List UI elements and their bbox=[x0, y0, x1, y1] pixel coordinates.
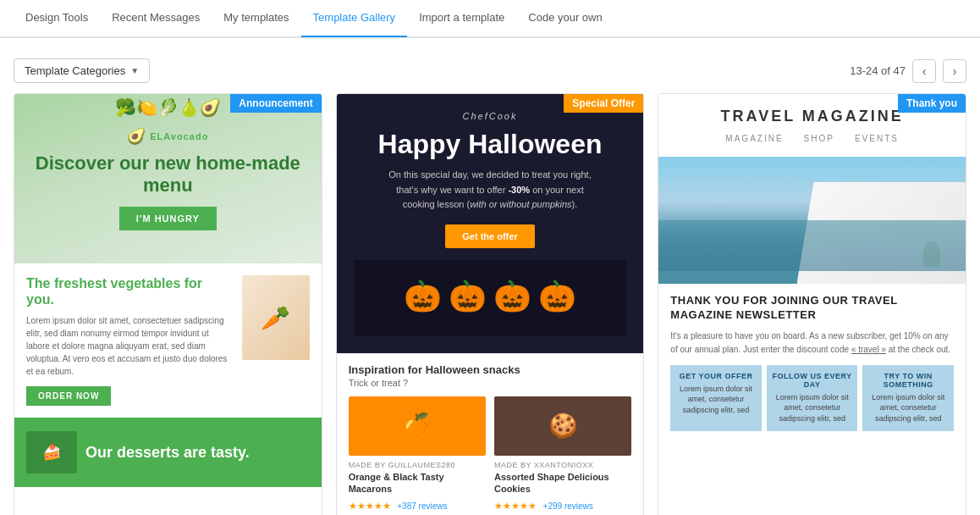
nav-code-your-own[interactable]: Code your own bbox=[516, 0, 614, 37]
card3-nav-magazine: MAGAZINE bbox=[725, 134, 783, 143]
product-1-author: MADE BY GUILLAUMES280 bbox=[349, 461, 486, 469]
product-1-rating: ★★★★★ +387 reviews bbox=[349, 499, 486, 512]
card3-offers: GET YOUR OFFER Lorem ipsum dolor sit ame… bbox=[670, 365, 954, 431]
card1-section2-title: The freshest vegetables for you. bbox=[26, 275, 234, 307]
prev-page-button[interactable]: ‹ bbox=[912, 59, 936, 83]
card1-badge: Announcement bbox=[230, 94, 321, 113]
toolbar: Template Categories ▼ 13-24 of 47 ‹ › bbox=[0, 48, 980, 93]
avocado-icon: 🥑 bbox=[127, 127, 146, 146]
template-card-2[interactable]: Special Offer ChefCook Happy Halloween O… bbox=[336, 93, 645, 515]
offer-3-text: Lorem ipsum dolor sit amet, consetetur s… bbox=[867, 392, 949, 424]
card1-cta2[interactable]: ORDER NOW bbox=[26, 386, 111, 406]
product-2-author: MADE BY XXANTONIOXX bbox=[494, 461, 631, 469]
nav-import-template[interactable]: Import a template bbox=[407, 0, 516, 37]
card2-brand: ChefCook bbox=[463, 111, 518, 121]
offer-1: GET YOUR OFFER Lorem ipsum dolor sit ame… bbox=[670, 365, 762, 431]
template-grid: Announcement 🥦🍋🥬🍐🥑 🥑 ELAvocado Discover … bbox=[0, 93, 980, 515]
nav-template-gallery[interactable]: Template Gallery bbox=[301, 0, 408, 37]
offer-2-title: FOLLOW US EVERY DAY bbox=[772, 372, 853, 389]
card1-footer: 🍰 Our desserts are tasty. bbox=[14, 418, 322, 487]
card1-bottom-text: Our desserts are tasty. bbox=[85, 444, 250, 462]
product-item-2: 🍪 MADE BY XXANTONIOXX Assorted Shape Del… bbox=[494, 396, 631, 512]
nav-recent-messages[interactable]: Recent Messages bbox=[100, 0, 212, 37]
offer-2: FOLLOW US EVERY DAY Lorem ipsum dolor si… bbox=[767, 365, 858, 431]
nav-my-templates[interactable]: My templates bbox=[212, 0, 300, 37]
card3-inner: Thank you TRAVEL MAGAZINE MAGAZINE SHOP … bbox=[658, 94, 966, 441]
card2-body-text: On this special day, we decided to treat… bbox=[388, 168, 592, 213]
next-page-button[interactable]: › bbox=[943, 59, 966, 83]
top-navigation: Design Tools Recent Messages My template… bbox=[0, 0, 980, 37]
card3-headline: THANK YOU FOR JOINING OUR TRAVEL MAGAZIN… bbox=[670, 294, 954, 323]
card3-nav-events: EVENTS bbox=[855, 134, 899, 143]
card3-body: THANK YOU FOR JOINING OUR TRAVEL MAGAZIN… bbox=[658, 284, 966, 441]
card1-dessert-image: 🍰 bbox=[26, 431, 77, 473]
card3-body-text: It's a pleasure to have you on board. As… bbox=[670, 329, 954, 357]
card1-title: Discover our new home-made menu bbox=[31, 152, 305, 197]
card3-nav-shop: SHOP bbox=[804, 134, 834, 143]
offer-1-text: Lorem ipsum dolor sit amet, consetetur s… bbox=[675, 384, 757, 416]
card2-products-section: Inspiration for Halloween snacks Trick o… bbox=[337, 353, 644, 515]
card1-inner: Announcement 🥦🍋🥬🍐🥑 🥑 ELAvocado Discover … bbox=[14, 94, 322, 487]
offer-3: TRY TO WIN SOMETHING Lorem ipsum dolor s… bbox=[862, 365, 954, 431]
nav-design-tools[interactable]: Design Tools bbox=[14, 0, 100, 37]
offer-2-text: Lorem ipsum dolor sit amet, consetetur s… bbox=[772, 392, 853, 424]
card1-veggie-image: 🥕 bbox=[242, 275, 310, 360]
card2-inner: Special Offer ChefCook Happy Halloween O… bbox=[337, 94, 644, 515]
template-card-3[interactable]: Thank you TRAVEL MAGAZINE MAGAZINE SHOP … bbox=[658, 93, 966, 515]
product-1-image: 🍊 bbox=[349, 396, 486, 456]
card2-inspiration-sub: Trick or treat ? bbox=[349, 378, 632, 388]
product-item-1: 🍊 MADE BY GUILLAUMES280 Orange & Black T… bbox=[349, 396, 486, 512]
product-1-name: Orange & Black Tasty Macarons bbox=[349, 471, 486, 496]
card1-logo: 🥑 ELAvocado bbox=[127, 127, 208, 146]
card1-hero: 🥦🍋🥬🍐🥑 🥑 ELAvocado Discover our new home-… bbox=[14, 94, 322, 263]
card2-title: Happy Halloween bbox=[378, 130, 603, 159]
card2-hero: ChefCook Happy Halloween On this special… bbox=[337, 94, 644, 353]
card1-cta1[interactable]: I'M HUNGRY bbox=[119, 207, 217, 230]
card3-hero-image bbox=[658, 157, 966, 284]
card2-cta[interactable]: Get the offer bbox=[445, 224, 534, 248]
card2-pumpkins: 🎃🎃🎃🎃 bbox=[354, 260, 627, 336]
card3-nav: MAGAZINE SHOP EVENTS bbox=[672, 134, 952, 143]
offer-3-title: TRY TO WIN SOMETHING bbox=[867, 372, 949, 389]
pagination: 13-24 of 47 ‹ › bbox=[850, 59, 966, 83]
card2-products-grid: 🍊 MADE BY GUILLAUMES280 Orange & Black T… bbox=[349, 396, 632, 512]
category-dropdown[interactable]: Template Categories ▼ bbox=[14, 58, 150, 83]
chevron-down-icon: ▼ bbox=[130, 66, 139, 75]
product-2-rating: ★★★★★ +299 reviews bbox=[494, 499, 631, 512]
product-2-name: Assorted Shape Delicious Cookies bbox=[494, 471, 631, 496]
pagination-text: 13-24 of 47 bbox=[850, 64, 906, 77]
card3-badge: Thank you bbox=[898, 94, 966, 113]
card2-badge: Special Offer bbox=[564, 94, 643, 113]
card1-body: The freshest vegetables for you. Lorem i… bbox=[14, 263, 322, 418]
offer-1-title: GET YOUR OFFER bbox=[675, 372, 757, 380]
category-dropdown-label: Template Categories bbox=[25, 64, 125, 77]
card1-section2-text: Lorem ipsum dolor sit amet, consectetuer… bbox=[26, 314, 234, 378]
card2-inspiration-title: Inspiration for Halloween snacks bbox=[349, 363, 632, 376]
product-2-image: 🍪 bbox=[494, 396, 631, 456]
template-card-1[interactable]: Announcement 🥦🍋🥬🍐🥑 🥑 ELAvocado Discover … bbox=[14, 93, 322, 515]
